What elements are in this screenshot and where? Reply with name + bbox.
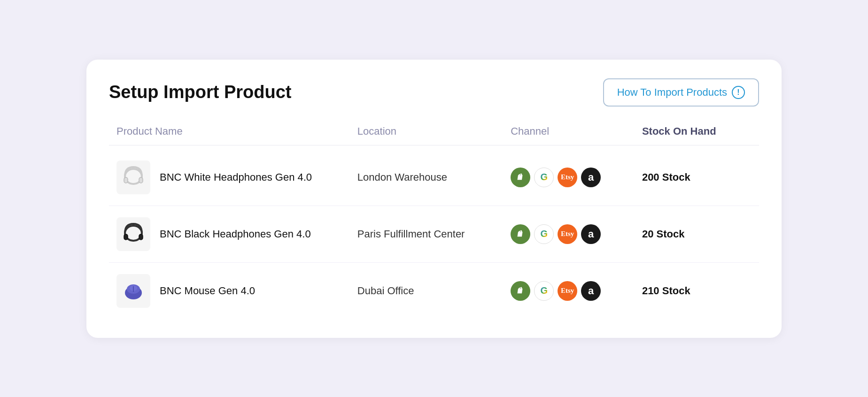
etsy-icon-3: Etsy <box>558 281 577 301</box>
col-stock: Stock On Hand <box>642 125 752 137</box>
etsy-label: Etsy <box>561 287 574 295</box>
main-card: Setup Import Product How To Import Produ… <box>86 60 782 338</box>
mouse-icon <box>118 276 148 306</box>
google-icon-3: G <box>534 281 554 301</box>
amazon-label: a <box>588 285 594 297</box>
product-image-mouse <box>116 274 150 308</box>
google-icon-2: G <box>534 224 554 244</box>
page-header: Setup Import Product How To Import Produ… <box>109 78 759 107</box>
channel-cell-3: G Etsy a <box>511 281 642 301</box>
table-row: BNC White Headphones Gen 4.0 London Ware… <box>109 149 759 206</box>
stock-1: 200 Stock <box>642 171 752 183</box>
info-icon: ! <box>732 86 745 99</box>
product-cell: BNC Mouse Gen 4.0 <box>116 274 357 308</box>
google-g-text: G <box>540 172 548 183</box>
amazon-icon-2: a <box>581 224 601 244</box>
google-icon-1: G <box>534 168 554 187</box>
product-name-2: BNC Black Headphones Gen 4.0 <box>160 228 311 240</box>
svg-rect-1 <box>124 177 128 183</box>
etsy-icon-1: Etsy <box>558 168 577 187</box>
product-table: Product Name Location Channel Stock On H… <box>109 125 759 319</box>
etsy-label: Etsy <box>561 173 574 181</box>
svg-rect-5 <box>139 234 143 240</box>
product-image-headphone-black <box>116 217 150 251</box>
product-cell: BNC Black Headphones Gen 4.0 <box>116 217 357 251</box>
etsy-icon-2: Etsy <box>558 224 577 244</box>
product-name-1: BNC White Headphones Gen 4.0 <box>160 171 312 183</box>
shopify-icon-2 <box>511 224 530 244</box>
product-name-3: BNC Mouse Gen 4.0 <box>160 285 255 297</box>
location-2: Paris Fulfillment Center <box>357 228 511 240</box>
location-3: Dubai Office <box>357 285 511 297</box>
headphone-black-icon <box>118 219 148 249</box>
svg-rect-4 <box>124 234 128 240</box>
page-title: Setup Import Product <box>109 82 291 102</box>
amazon-icon-1: a <box>581 168 601 187</box>
location-1: London Warehouse <box>357 171 511 183</box>
help-button[interactable]: How To Import Products ! <box>603 78 759 107</box>
col-location: Location <box>357 125 511 137</box>
headphone-white-icon <box>118 162 148 192</box>
google-g-text: G <box>540 229 548 239</box>
etsy-label: Etsy <box>561 230 574 238</box>
col-product-name: Product Name <box>116 125 357 137</box>
channel-cell-2: G Etsy a <box>511 224 642 244</box>
product-image-headphone-white <box>116 160 150 194</box>
google-g-text: G <box>540 285 548 296</box>
stock-2: 20 Stock <box>642 228 752 240</box>
help-button-label: How To Import Products <box>617 86 727 99</box>
stock-3: 210 Stock <box>642 285 752 297</box>
svg-rect-2 <box>139 177 143 183</box>
shopify-icon-3 <box>511 281 530 301</box>
col-channel: Channel <box>511 125 642 137</box>
shopify-icon-1 <box>511 168 530 187</box>
table-row: BNC Black Headphones Gen 4.0 Paris Fulfi… <box>109 206 759 263</box>
table-header: Product Name Location Channel Stock On H… <box>109 125 759 145</box>
amazon-label: a <box>588 228 594 240</box>
amazon-icon-3: a <box>581 281 601 301</box>
table-row: BNC Mouse Gen 4.0 Dubai Office G Etsy a <box>109 263 759 319</box>
product-cell: BNC White Headphones Gen 4.0 <box>116 160 357 194</box>
channel-cell-1: G Etsy a <box>511 168 642 187</box>
amazon-label: a <box>588 171 594 183</box>
